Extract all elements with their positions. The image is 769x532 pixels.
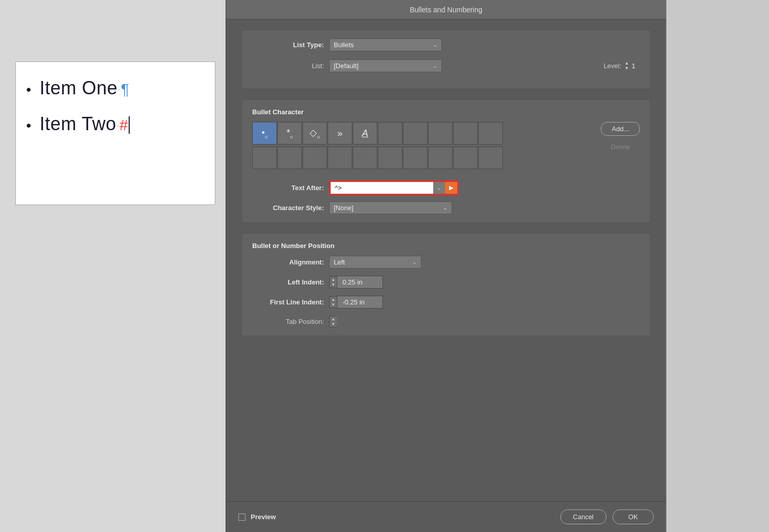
bullet-symbol: • bbox=[26, 81, 31, 98]
bullet-dot: •u bbox=[261, 128, 267, 139]
bullet-character-section: Bullet Character •u *u ◇u bbox=[241, 99, 651, 223]
bullet-cell-empty-1[interactable] bbox=[378, 122, 402, 145]
bullet-cell-empty-10[interactable] bbox=[353, 147, 377, 169]
character-style-row: Character Style: [None] ⌄ bbox=[252, 201, 640, 214]
bullet-cell-empty-12[interactable] bbox=[403, 147, 428, 169]
list-item: • Item One·¶ bbox=[26, 77, 199, 99]
dot-space-2: · bbox=[117, 121, 119, 129]
list-group: List: [Default] ⌄ bbox=[252, 59, 442, 72]
cancel-button[interactable]: Cancel bbox=[560, 509, 606, 524]
character-style-dropdown[interactable]: [None] ⌄ bbox=[329, 201, 452, 214]
dialog-titlebar: Bullets and Numbering bbox=[226, 0, 666, 19]
level-spinner[interactable]: ▲ ▼ bbox=[624, 61, 629, 71]
first-line-indent-spinner: ▲ ▼ -0.25 in bbox=[329, 296, 383, 309]
item-two-text: Item Two·# bbox=[39, 113, 130, 135]
list-label: List: bbox=[252, 62, 324, 70]
dialog-title: Bullets and Numbering bbox=[410, 6, 482, 14]
bullet-buttons: Add... Delete bbox=[601, 122, 640, 154]
bullet-cell-guillemet[interactable]: » bbox=[328, 122, 352, 145]
footer-buttons: Cancel OK bbox=[560, 509, 654, 524]
chevron-down-icon-3: ⌄ bbox=[443, 204, 448, 211]
bullet-cell-diamond[interactable]: ◇u bbox=[302, 122, 327, 145]
level-group: Level: ▲ ▼ 1 bbox=[603, 61, 640, 71]
tab-position-row: Tab Position: ▲ ▼ bbox=[252, 316, 640, 328]
dot-space-1: · bbox=[118, 85, 120, 93]
bullet-symbol-2: • bbox=[26, 117, 31, 134]
document-page: • Item One·¶ • Item Two·# bbox=[15, 62, 215, 205]
chevron-down-icon-2: ⌄ bbox=[433, 63, 437, 69]
bullet-cell-empty-4[interactable] bbox=[453, 122, 478, 145]
bullet-cell-empty-8[interactable] bbox=[302, 147, 327, 169]
alignment-value: Left bbox=[334, 258, 345, 266]
position-section: Bullet or Number Position Alignment: Lef… bbox=[241, 233, 651, 336]
down-arrow-icon-3[interactable]: ▼ bbox=[331, 302, 335, 308]
asterisk-char: *u bbox=[287, 128, 293, 139]
left-indent-row: Left Indent: ▲ ▼ 0.25 in bbox=[252, 276, 640, 289]
bullet-cell-bullet[interactable]: •u bbox=[252, 122, 277, 145]
list-type-label: List Type: bbox=[252, 41, 324, 49]
alignment-label: Alignment: bbox=[252, 258, 324, 266]
bullet-cell-empty-11[interactable] bbox=[378, 147, 402, 169]
bullet-cell-empty-2[interactable] bbox=[403, 122, 428, 145]
up-arrow-icon-4[interactable]: ▲ bbox=[331, 317, 335, 322]
list-dropdown[interactable]: [Default] ⌄ bbox=[329, 59, 442, 72]
bullet-cell-empty-5[interactable] bbox=[478, 122, 503, 145]
down-arrow-icon[interactable]: ▼ bbox=[624, 66, 629, 71]
item-one-label: Item One bbox=[39, 77, 117, 98]
top-section: List Type: Bullets ⌄ List: [Default] ⌄ bbox=[241, 30, 651, 89]
bullet-row-2 bbox=[252, 147, 593, 169]
first-line-indent-value[interactable]: -0.25 in bbox=[337, 296, 383, 309]
left-indent-spinner-btns[interactable]: ▲ ▼ bbox=[329, 276, 337, 288]
bullet-cell-empty-14[interactable] bbox=[453, 147, 478, 169]
bullet-cell-empty-15[interactable] bbox=[478, 147, 503, 169]
add-button[interactable]: Add... bbox=[601, 122, 640, 136]
text-cursor bbox=[129, 116, 130, 134]
text-after-dropdown-btn[interactable]: ⌄ bbox=[433, 182, 445, 194]
character-style-label: Character Style: bbox=[252, 204, 324, 212]
bullet-row-1: •u *u ◇u » A bbox=[252, 122, 593, 145]
position-title: Bullet or Number Position bbox=[252, 242, 640, 250]
bullet-cell-empty-13[interactable] bbox=[428, 147, 453, 169]
text-after-input[interactable] bbox=[331, 182, 433, 194]
first-line-indent-spinner-btns[interactable]: ▲ ▼ bbox=[329, 296, 337, 308]
text-after-row: Text After: ⌄ ▶ bbox=[252, 180, 640, 195]
tab-position-spinner-btns[interactable]: ▲ ▼ bbox=[329, 316, 337, 328]
pilcrow-symbol: ¶ bbox=[121, 80, 130, 97]
bullet-cell-empty-9[interactable] bbox=[328, 147, 352, 169]
down-arrow-icon-2[interactable]: ▼ bbox=[331, 282, 335, 288]
alignment-dropdown[interactable]: Left ⌄ bbox=[329, 256, 421, 269]
list-type-value: Bullets bbox=[334, 41, 354, 49]
item-one-text: Item One·¶ bbox=[39, 77, 129, 99]
text-after-label: Text After: bbox=[252, 184, 324, 192]
list-level-row: List: [Default] ⌄ Level: ▲ ▼ 1 bbox=[252, 59, 640, 72]
guillemet-char: » bbox=[337, 128, 342, 139]
down-arrow-icon-4[interactable]: ▼ bbox=[331, 322, 335, 327]
ok-button[interactable]: OK bbox=[613, 509, 654, 524]
list-item: • Item Two·# bbox=[26, 113, 199, 135]
list-type-row: List Type: Bullets ⌄ bbox=[252, 38, 640, 51]
bullet-cell-empty-3[interactable] bbox=[428, 122, 453, 145]
bullet-cell-A[interactable]: A bbox=[353, 122, 377, 145]
document-area: • Item One·¶ • Item Two·# bbox=[0, 0, 230, 532]
hash-symbol: # bbox=[119, 116, 128, 133]
bullet-cell-empty-6[interactable] bbox=[252, 147, 277, 169]
list-type-dropdown[interactable]: Bullets ⌄ bbox=[329, 38, 442, 51]
list-value: [Default] bbox=[334, 62, 358, 70]
up-arrow-icon-3[interactable]: ▲ bbox=[331, 297, 335, 302]
delete-button[interactable]: Delete bbox=[601, 140, 640, 154]
character-style-value: [None] bbox=[334, 204, 353, 212]
text-after-field-wrap: ⌄ ▶ bbox=[329, 180, 459, 195]
up-arrow-icon-2[interactable]: ▲ bbox=[331, 277, 335, 282]
alignment-row: Alignment: Left ⌄ bbox=[252, 256, 640, 269]
dialog-footer: Preview Cancel OK bbox=[226, 501, 666, 532]
bullet-cell-empty-7[interactable] bbox=[277, 147, 302, 169]
first-line-indent-label: First Line Indent: bbox=[252, 298, 324, 306]
bullet-cell-asterisk[interactable]: *u bbox=[277, 122, 302, 145]
preview-checkbox[interactable] bbox=[238, 514, 246, 521]
bullet-grid: •u *u ◇u » A bbox=[252, 122, 593, 171]
text-after-play-btn[interactable]: ▶ bbox=[445, 182, 457, 194]
left-indent-value[interactable]: 0.25 in bbox=[337, 276, 383, 289]
item-two-label: Item Two bbox=[39, 113, 116, 134]
dialog-content: List Type: Bullets ⌄ List: [Default] ⌄ bbox=[226, 19, 666, 501]
left-indent-label: Left Indent: bbox=[252, 278, 324, 286]
